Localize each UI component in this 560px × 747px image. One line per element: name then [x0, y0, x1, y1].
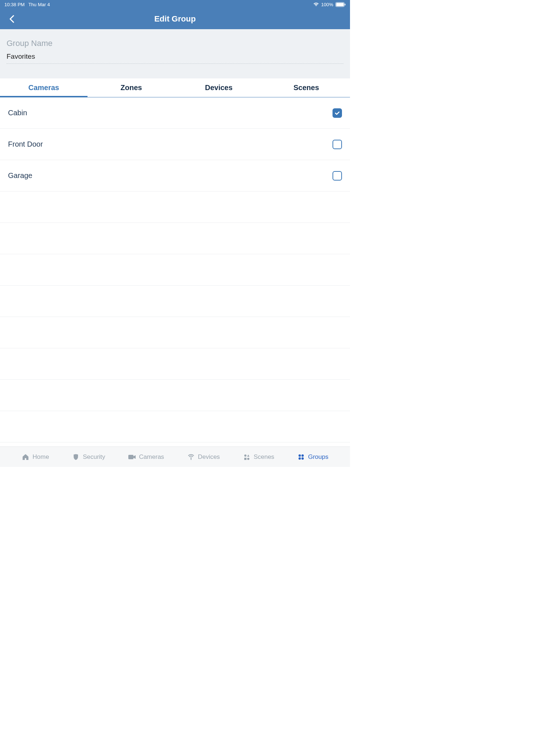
tab-cameras[interactable]: Cameras [0, 78, 88, 97]
nav-label: Home [32, 453, 49, 461]
empty-row [0, 286, 350, 317]
svg-point-11 [299, 457, 301, 459]
item-label: Garage [8, 171, 32, 180]
tab-label: Scenes [293, 84, 319, 92]
chevron-left-icon [9, 15, 14, 23]
broadcast-icon [187, 453, 195, 461]
empty-row [0, 254, 350, 286]
svg-rect-7 [244, 458, 246, 460]
nav-home[interactable]: Home [22, 453, 49, 461]
item-label: Cabin [8, 109, 27, 117]
nav-header: Edit Group [0, 9, 350, 29]
svg-rect-2 [345, 4, 346, 5]
nav-label: Scenes [254, 453, 275, 461]
empty-row [0, 317, 350, 348]
item-list[interactable]: Cabin Front Door Garage [0, 97, 350, 446]
check-icon [334, 110, 340, 116]
tab-label: Cameras [28, 84, 59, 92]
camera-icon [128, 453, 136, 461]
svg-point-10 [302, 454, 304, 456]
home-icon [22, 453, 30, 461]
svg-point-6 [244, 454, 246, 457]
shield-icon [72, 453, 80, 461]
status-date: Thu Mar 4 [28, 2, 50, 7]
empty-row [0, 348, 350, 380]
nav-security[interactable]: Security [72, 453, 105, 461]
page-title: Edit Group [0, 14, 350, 24]
back-button[interactable] [6, 13, 18, 25]
nav-label: Security [83, 453, 105, 461]
status-time: 10:38 PM [4, 2, 25, 7]
nav-groups[interactable]: Groups [297, 453, 328, 461]
tab-label: Devices [205, 84, 233, 92]
svg-rect-3 [128, 455, 133, 459]
nav-devices[interactable]: Devices [187, 453, 220, 461]
svg-rect-1 [336, 3, 344, 6]
group-name-input[interactable] [7, 51, 343, 64]
svg-point-12 [302, 457, 304, 459]
empty-row [0, 223, 350, 254]
checkbox[interactable] [332, 171, 342, 181]
nav-label: Groups [308, 453, 328, 461]
svg-rect-5 [191, 458, 191, 460]
nav-scenes[interactable]: Scenes [243, 453, 275, 461]
tab-label: Zones [121, 84, 142, 92]
status-bar: 10:38 PM Thu Mar 4 100% [0, 0, 350, 9]
list-row[interactable]: Garage [0, 160, 350, 191]
bottom-nav: Home Security Cameras Devices Scenes Gro… [0, 446, 350, 467]
checkbox[interactable] [332, 108, 342, 118]
group-name-section: Group Name [0, 29, 350, 78]
tab-devices[interactable]: Devices [175, 78, 262, 97]
grid-icon [297, 453, 305, 461]
battery-icon [335, 2, 346, 7]
empty-row [0, 411, 350, 442]
scenes-icon [243, 453, 251, 461]
wifi-icon [313, 2, 319, 7]
svg-point-9 [299, 454, 301, 456]
tab-zones[interactable]: Zones [88, 78, 175, 97]
empty-row [0, 191, 350, 223]
group-name-label: Group Name [7, 39, 343, 48]
nav-label: Devices [198, 453, 220, 461]
nav-cameras[interactable]: Cameras [128, 453, 164, 461]
list-row[interactable]: Cabin [0, 97, 350, 129]
empty-row [0, 380, 350, 411]
checkbox[interactable] [332, 140, 342, 149]
item-label: Front Door [8, 140, 43, 148]
status-battery-pct: 100% [321, 2, 333, 7]
nav-label: Cameras [139, 453, 164, 461]
list-row[interactable]: Front Door [0, 129, 350, 160]
svg-point-8 [247, 458, 249, 460]
content-tabs: Cameras Zones Devices Scenes [0, 78, 350, 97]
tab-scenes[interactable]: Scenes [262, 78, 350, 97]
